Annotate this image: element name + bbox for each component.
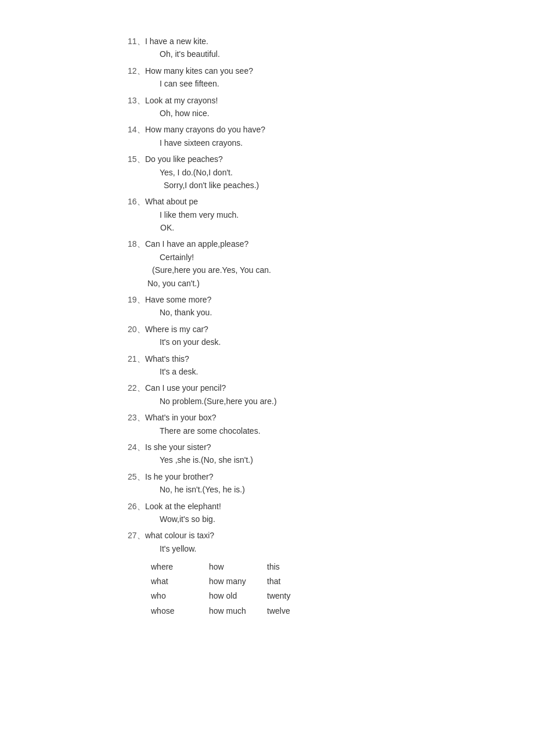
word-row: whohow oldtwenty	[151, 589, 476, 603]
list-item: 24、Is she your sister?Yes ,she is.(No, s…	[128, 441, 476, 467]
item-number: 23、	[128, 411, 145, 424]
item-answer: Oh, it's beautiful.	[160, 48, 476, 60]
item-answer: No, he isn't.(Yes, he is.)	[160, 483, 476, 496]
item-question: What about pe	[145, 197, 198, 206]
item-number: 27、	[128, 529, 145, 542]
word-cell: twelve	[267, 604, 325, 618]
item-answer: Yes, I do.(No,I don't.	[160, 166, 476, 179]
list-item: 15、Do you like peaches?Yes, I do.(No,I d…	[128, 153, 476, 192]
list-item: 14、How many crayons do you have?I have s…	[128, 123, 476, 149]
list-item: 25、Is he your brother?No, he isn't.(Yes,…	[128, 470, 476, 496]
list-item: 11、I have a new kite.Oh, it's beautiful.	[128, 35, 476, 61]
list-item: 18、Can I have an apple,please?Certainly!…	[128, 237, 476, 290]
item-answer: Sorry,I don't like peaches.)	[164, 179, 476, 192]
list-item: 21、What's this?It's a desk.	[128, 352, 476, 379]
list-item: 16、What about peI like them very much.OK…	[128, 195, 476, 234]
item-question: Look at the elephant!	[145, 502, 221, 511]
word-cell: where	[151, 560, 209, 574]
item-number: 24、	[128, 441, 145, 453]
item-question: Look at my crayons!	[145, 96, 218, 105]
word-cell: twenty	[267, 589, 325, 603]
item-number: 13、	[128, 94, 145, 107]
item-question: What's this?	[145, 354, 189, 363]
item-answer: (Sure,here you are.Yes, You can.	[152, 264, 476, 276]
list-item: 22、Can I use your pencil?No problem.(Sur…	[128, 381, 476, 408]
word-cell: who	[151, 589, 209, 603]
item-answer: I like them very much.	[160, 208, 476, 221]
word-cell: how	[209, 560, 267, 574]
item-answer: No problem.(Sure,here you are.)	[160, 395, 476, 408]
item-answer: Yes ,she is.(No, she isn't.)	[160, 453, 476, 466]
item-answer: It's a desk.	[160, 365, 476, 378]
item-question: Is she your sister?	[145, 442, 211, 452]
word-cell: whose	[151, 604, 209, 618]
item-answer: I can see fifteen.	[160, 77, 476, 90]
item-question: Where is my car?	[145, 325, 208, 334]
item-question: I have a new kite.	[145, 37, 208, 46]
item-question: Can I use your pencil?	[145, 383, 226, 393]
item-number: 20、	[128, 323, 145, 336]
word-cell: how old	[209, 589, 267, 603]
item-answer: Certainly!	[160, 251, 476, 264]
item-answer: No, thank you.	[160, 306, 476, 319]
item-answer: Oh, how nice.	[160, 107, 476, 120]
word-cell: this	[267, 560, 325, 574]
item-answer: Wow,it's so big.	[160, 513, 476, 525]
item-question: Have some more?	[145, 295, 211, 304]
list-item: 12、How many kites can you see?I can see …	[128, 64, 476, 91]
item-question: Is he your brother?	[145, 472, 214, 481]
list-item: 26、Look at the elephant!Wow,it's so big.	[128, 500, 476, 526]
item-question: what colour is taxi?	[145, 531, 214, 540]
list-item: 19、Have some more?No, thank you.	[128, 293, 476, 319]
item-number: 19、	[128, 293, 145, 306]
word-cell: what	[151, 574, 209, 589]
word-cell: how much	[209, 604, 267, 618]
list-item: 23、What's in your box?There are some cho…	[128, 411, 476, 437]
word-row: whathow manythat	[151, 574, 476, 589]
list-item: 13、Look at my crayons!Oh, how nice.	[128, 94, 476, 120]
item-number: 16、	[128, 195, 145, 208]
item-answer: I have sixteen crayons.	[160, 136, 476, 149]
item-number: 18、	[128, 237, 145, 250]
item-number: 11、	[128, 35, 145, 48]
item-question: Can I have an apple,please?	[145, 239, 248, 249]
item-answer: No, you can't.)	[147, 277, 476, 290]
item-number: 15、	[128, 153, 145, 165]
list-item: 27、what colour is taxi?It's yellow.	[128, 529, 476, 555]
word-row: wherehowthis	[151, 560, 476, 574]
item-question: What's in your box?	[145, 413, 217, 422]
item-number: 22、	[128, 381, 145, 394]
word-cell: how many	[209, 574, 267, 589]
word-table: wherehowthiswhathow manythatwhohow oldtw…	[151, 560, 476, 618]
item-question: How many kites can you see?	[145, 66, 253, 75]
item-number: 12、	[128, 64, 145, 77]
word-cell: that	[267, 574, 325, 589]
word-row: whosehow muchtwelve	[151, 604, 476, 618]
item-question: Do you like peaches?	[145, 154, 223, 164]
item-number: 21、	[128, 352, 145, 365]
item-answer: It's on your desk.	[160, 336, 476, 348]
main-content: 11、I have a new kite.Oh, it's beautiful.…	[128, 35, 476, 618]
item-number: 25、	[128, 470, 145, 483]
item-answer: There are some chocolates.	[160, 424, 476, 437]
item-question: How many crayons do you have?	[145, 125, 265, 134]
item-answer: It's yellow.	[160, 542, 476, 555]
item-number: 14、	[128, 123, 145, 136]
item-answer: OK.	[160, 221, 476, 234]
item-number: 26、	[128, 500, 145, 513]
list-item: 20、Where is my car?It's on your desk.	[128, 323, 476, 349]
